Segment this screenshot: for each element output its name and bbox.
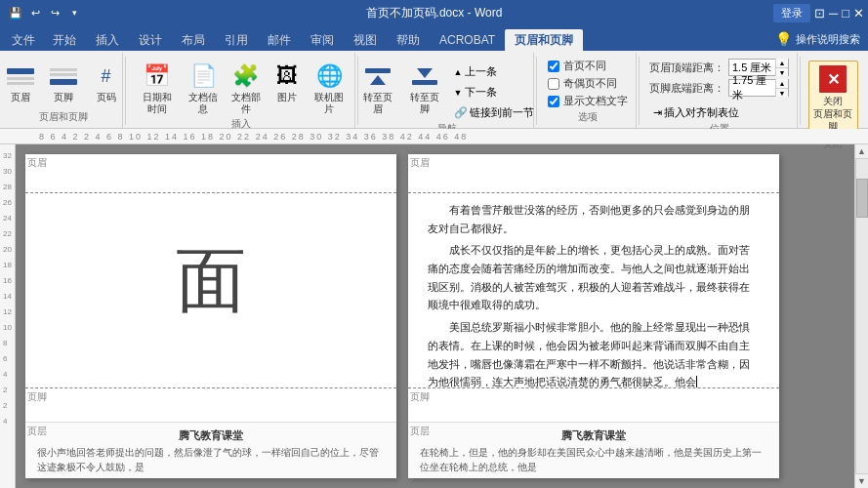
page2-footer-label: 页脚 bbox=[410, 390, 430, 404]
show-doc-text-label: 显示文档文字 bbox=[563, 94, 628, 108]
footer-button[interactable]: 页脚 bbox=[44, 59, 83, 105]
tab-reference[interactable]: 引用 bbox=[215, 29, 258, 51]
tab-review[interactable]: 审阅 bbox=[301, 29, 344, 51]
tab-mailing[interactable]: 邮件 bbox=[258, 29, 301, 51]
first-page-diff-input[interactable] bbox=[548, 61, 559, 72]
goto-header-button[interactable]: 转至页眉 bbox=[356, 59, 399, 117]
goto-footer-label: 转至页脚 bbox=[407, 92, 442, 115]
tab-insert[interactable]: 插入 bbox=[86, 29, 129, 51]
login-button[interactable]: 登录 bbox=[773, 4, 810, 22]
bottom-margin-label: 页脚底端距离： bbox=[649, 81, 724, 96]
page2-layer: 页层 腾飞教育课堂 在轮椅上，但是，他的身影却在美国民众心中越来越清晰，他是美国… bbox=[408, 422, 779, 478]
minimize-icon[interactable]: ─ bbox=[829, 6, 838, 20]
insert-buttons: 📅 日期和时间 📄 文档信息 🧩 文档部件 🖼 图片 🌐 联机图片 bbox=[134, 55, 349, 117]
vertical-scrollbar[interactable]: ▲ ▼ bbox=[854, 144, 868, 488]
picture-button[interactable]: 🖼 图片 bbox=[269, 59, 306, 105]
top-margin-spinners: ▲ ▼ bbox=[775, 59, 788, 76]
redo-icon[interactable]: ↪ bbox=[47, 5, 62, 20]
link-prev-button[interactable]: 🔗 链接到前一节 bbox=[450, 103, 538, 122]
bottom-margin-spinners: ▲ ▼ bbox=[775, 79, 788, 97]
position-fields: 页眉顶端距离： 1.5 厘米 ▲ ▼ 页脚底端距离： 1.75 厘米 ▲ ▼ bbox=[649, 55, 789, 122]
datetime-button[interactable]: 📅 日期和时间 bbox=[134, 59, 180, 117]
page1-content[interactable]: 面 bbox=[25, 193, 396, 387]
undo-icon[interactable]: ↩ bbox=[27, 5, 43, 20]
close-hf-button[interactable]: ✕ 关闭页眉和页脚 bbox=[808, 61, 858, 138]
top-margin-label: 页眉顶端距离： bbox=[649, 61, 724, 75]
tab-header-footer[interactable]: 页眉和页脚 bbox=[505, 29, 583, 51]
options-group-label: 选项 bbox=[578, 110, 598, 126]
footer-label: 页脚 bbox=[54, 92, 73, 103]
close-icon[interactable]: ✕ bbox=[853, 6, 864, 20]
ribbon: 页眉 页脚 # 页码 页眉和页脚 📅 日期和时间 bbox=[0, 51, 868, 129]
scroll-track[interactable] bbox=[855, 158, 869, 474]
page-num-button[interactable]: # 页码 bbox=[87, 59, 126, 105]
quick-access-toolbar: 💾 ↩ ↪ ▾ bbox=[8, 5, 860, 20]
insert-align-tab-label: 插入对齐制表位 bbox=[664, 105, 739, 120]
next-section-icon: ▼ bbox=[454, 88, 463, 98]
maximize-icon[interactable]: □ bbox=[842, 6, 849, 20]
tab-layout[interactable]: 布局 bbox=[172, 29, 215, 51]
picture-icon: 🖼 bbox=[271, 61, 303, 92]
tab-file[interactable]: 文件 bbox=[4, 29, 43, 51]
docinfo-icon: 📄 bbox=[187, 61, 219, 92]
hf-group-label: 页眉和页脚 bbox=[39, 110, 88, 126]
scroll-up-arrow[interactable]: ▲ bbox=[855, 144, 869, 158]
page1-footer[interactable]: 页脚 bbox=[25, 387, 396, 422]
tab-home[interactable]: 开始 bbox=[43, 29, 86, 51]
save-icon[interactable]: 💾 bbox=[8, 5, 23, 20]
insert-align-tab-button[interactable]: ⇥ 插入对齐制表位 bbox=[649, 103, 789, 122]
header-icon bbox=[5, 61, 36, 92]
scroll-down-arrow[interactable]: ▼ bbox=[855, 474, 869, 488]
tab-help[interactable]: 帮助 bbox=[387, 29, 430, 51]
page1-footer-label: 页脚 bbox=[27, 390, 47, 404]
text-cursor bbox=[696, 376, 697, 387]
goto-footer-icon bbox=[409, 61, 440, 92]
pages-container: 页眉 面 页脚 页层 腾飞教育课堂 很小声地回答老师提出的问题，然后像泄了气的球… bbox=[16, 144, 854, 488]
page-2: 页眉 有着曾雪芹般世没落的经历，否则他更多的只会感觉到身边的朋友对自己都很好。 … bbox=[408, 154, 779, 478]
docparts-button[interactable]: 🧩 文档部件 bbox=[227, 59, 266, 117]
goto-footer-button[interactable]: 转至页脚 bbox=[403, 59, 446, 117]
close-hf-icon: ✕ bbox=[819, 65, 847, 93]
prev-section-button[interactable]: ▲ 上一条 bbox=[450, 62, 538, 81]
bottom-margin-input[interactable]: 1.75 厘米 ▲ ▼ bbox=[728, 79, 789, 97]
options-checks: 首页不同 奇偶页不同 显示文档文字 bbox=[548, 55, 628, 108]
top-margin-down[interactable]: ▼ bbox=[776, 67, 788, 76]
online-picture-button[interactable]: 🌐 联机图片 bbox=[310, 59, 349, 117]
tab-acrobat[interactable]: ACROBAT bbox=[430, 29, 505, 51]
bottom-margin-down[interactable]: ▼ bbox=[776, 88, 788, 97]
customize-icon[interactable]: ▾ bbox=[66, 5, 82, 20]
page2-content[interactable]: 有着曾雪芹般世没落的经历，否则他更多的只会感觉到身边的朋友对自己都很好。 成长不… bbox=[408, 193, 779, 387]
first-page-diff-label: 首页不同 bbox=[563, 59, 606, 73]
next-section-button[interactable]: ▼ 下一条 bbox=[450, 83, 538, 102]
link-prev-icon: 🔗 bbox=[454, 106, 468, 119]
page1-header[interactable]: 页眉 bbox=[25, 154, 396, 193]
left-ruler: 32 30 28 26 24 22 20 18 16 14 12 10 8 6 … bbox=[0, 144, 16, 488]
ribbon-display-icon[interactable]: ⊡ bbox=[814, 6, 825, 20]
ribbon-group-nav: 转至页眉 转至页脚 ▲ 上一条 ▼ 下一条 🔗 bbox=[360, 53, 534, 128]
tab-view[interactable]: 视图 bbox=[344, 29, 387, 51]
page2-footer[interactable]: 页脚 bbox=[408, 387, 779, 422]
tab-design[interactable]: 设计 bbox=[129, 29, 172, 51]
page2-header[interactable]: 页眉 bbox=[408, 154, 779, 193]
show-doc-text-check[interactable]: 显示文档文字 bbox=[548, 94, 628, 108]
close-hf-label: 关闭页眉和页脚 bbox=[813, 95, 853, 133]
separator4 bbox=[639, 57, 640, 125]
header-label: 页眉 bbox=[11, 92, 30, 103]
show-doc-text-input[interactable] bbox=[548, 96, 559, 107]
separator1 bbox=[125, 57, 126, 125]
top-margin-up[interactable]: ▲ bbox=[776, 59, 788, 67]
ribbon-group-close: ✕ 关闭页眉和页脚 关闭 bbox=[803, 53, 864, 128]
bottom-margin-up[interactable]: ▲ bbox=[776, 79, 788, 88]
odd-even-diff-input[interactable] bbox=[548, 78, 559, 90]
odd-even-diff-check[interactable]: 奇偶页不同 bbox=[548, 76, 628, 91]
page2-para2: 成长不仅仅指的是年龄上的增长，更包括心灵上的成熟。面对苦痛的态度会随着苦痛经历的… bbox=[428, 241, 760, 314]
first-page-diff-check[interactable]: 首页不同 bbox=[548, 59, 628, 73]
header-button[interactable]: 页眉 bbox=[1, 59, 40, 105]
link-prev-label: 链接到前一节 bbox=[470, 105, 534, 120]
title-bar: 💾 ↩ ↪ ▾ 首页不加页码.docx - Word 登录 ⊡ ─ □ ✕ bbox=[0, 0, 868, 25]
datetime-label: 日期和时间 bbox=[138, 92, 176, 115]
search-tab[interactable]: 操作说明搜索 bbox=[796, 32, 860, 47]
scroll-thumb[interactable] bbox=[856, 179, 868, 218]
docinfo-button[interactable]: 📄 文档信息 bbox=[184, 59, 223, 117]
page-num-icon: # bbox=[91, 61, 122, 92]
